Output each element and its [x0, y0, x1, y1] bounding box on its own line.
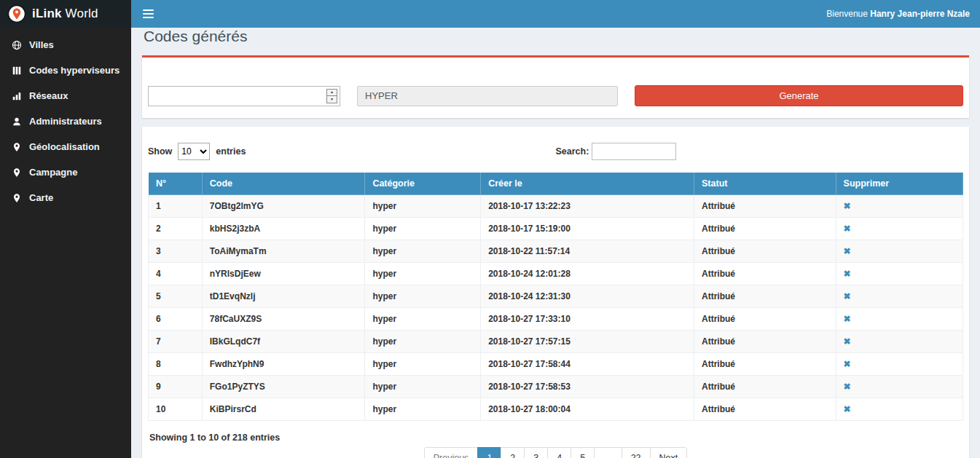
sidebar-item-codes-hyperviseurs[interactable]: Codes hyperviseurs — [0, 58, 131, 83]
cell-num: 1 — [149, 195, 203, 218]
cell-category: hyper — [365, 308, 481, 331]
page-button-4[interactable]: 4 — [547, 447, 571, 458]
table-row: 17OBtg2lmYGhyper2018-10-17 13:22:23Attri… — [149, 195, 963, 218]
cell-category: hyper — [365, 240, 481, 263]
delete-icon[interactable]: ✖ — [844, 269, 851, 279]
page-length-select[interactable]: 10 — [178, 143, 210, 160]
column-header-created[interactable]: Créer le — [481, 173, 694, 195]
code-count-input[interactable] — [149, 87, 321, 106]
globe-icon — [11, 39, 22, 50]
sidebar-item-geolocalisation[interactable]: Géolocalisation — [0, 134, 131, 159]
cell-delete: ✖ — [836, 308, 963, 331]
cell-status: Attribué — [694, 353, 836, 376]
sidebar-item-reseaux[interactable]: Réseaux — [0, 83, 131, 108]
delete-icon[interactable]: ✖ — [844, 201, 851, 211]
delete-icon[interactable]: ✖ — [844, 382, 851, 392]
cell-created: 2018-10-27 17:58:44 — [481, 353, 694, 376]
cell-category: hyper — [365, 218, 481, 240]
page-button-next[interactable]: Next — [650, 447, 688, 458]
cell-category: hyper — [365, 195, 481, 218]
user-name[interactable]: Hanry Jean-pierre Nzale — [870, 9, 970, 19]
cell-num: 8 — [149, 353, 203, 376]
sidebar-item-carte[interactable]: Carte — [0, 185, 131, 210]
table-row: 2kbHS2j3zbAhyper2018-10-17 15:19:00Attri… — [149, 218, 963, 240]
generate-form-panel: ▲ ▼ Generate — [142, 55, 969, 118]
cell-delete: ✖ — [836, 285, 963, 308]
sidebar-item-label: Réseaux — [29, 90, 68, 101]
sidebar-item-administrateurs[interactable]: Administrateurs — [0, 108, 131, 134]
table-row: 9FGo1PyZTYShyper2018-10-27 17:58:53Attri… — [149, 376, 963, 398]
page-button-1[interactable]: 1 — [477, 447, 501, 458]
sidebar-item-villes[interactable]: Villes — [0, 32, 131, 58]
column-header-code[interactable]: Code — [202, 173, 365, 195]
sidebar-item-label: Villes — [29, 39, 54, 50]
cell-code: 78fCaUXZ9S — [202, 308, 365, 331]
cell-code: FwdhzYphN9 — [202, 353, 365, 376]
brand-title: iLink World — [32, 7, 98, 21]
cell-num: 7 — [149, 331, 203, 353]
column-header-status[interactable]: Statut — [694, 173, 836, 195]
cell-code: 7OBtg2lmYG — [202, 195, 365, 218]
signal-icon — [11, 90, 22, 101]
sidebar-item-label: Administrateurs — [29, 116, 102, 127]
cell-category: hyper — [365, 398, 481, 421]
sidebar: Villes Codes hyperviseurs Réseaux Admini… — [0, 28, 131, 458]
sidebar-item-label: Géolocalisation — [29, 141, 100, 152]
delete-icon[interactable]: ✖ — [844, 314, 851, 324]
page-button-22[interactable]: 22 — [622, 447, 651, 458]
table-row: 4nYRlsDjEewhyper2018-10-24 12:01:28Attri… — [149, 263, 963, 285]
cell-status: Attribué — [694, 398, 836, 421]
delete-icon[interactable]: ✖ — [844, 404, 851, 414]
stepper-arrows: ▲ ▼ — [326, 89, 337, 103]
column-header-delete[interactable]: Supprimer — [836, 173, 963, 195]
cell-created: 2018-10-27 17:58:53 — [481, 376, 694, 398]
page-button-3[interactable]: 3 — [524, 447, 548, 458]
column-header-num[interactable]: N° — [149, 173, 203, 195]
welcome-text: Bienvenue Hanry Jean-pierre Nzale — [826, 9, 970, 19]
table-info: Showing 1 to 10 of 218 entries — [149, 433, 962, 443]
cell-num: 4 — [149, 263, 203, 285]
cell-status: Attribué — [694, 376, 836, 398]
sidebar-item-campagne[interactable]: Campagne — [0, 159, 131, 185]
delete-icon[interactable]: ✖ — [844, 291, 851, 301]
brand[interactable]: iLink World — [0, 0, 131, 28]
cell-delete: ✖ — [836, 195, 963, 218]
cell-created: 2018-10-27 17:33:10 — [481, 308, 694, 331]
delete-icon[interactable]: ✖ — [844, 359, 851, 369]
sidebar-item-label: Codes hyperviseurs — [29, 65, 119, 76]
stepper-up-icon[interactable]: ▲ — [327, 90, 337, 96]
table-row: 5tD1EvqNzljhyper2018-10-24 12:31:30Attri… — [149, 285, 963, 308]
cell-created: 2018-10-17 15:19:00 — [481, 218, 694, 240]
cell-category: hyper — [365, 285, 481, 308]
search-label: Search: — [556, 146, 589, 157]
table-controls: Show 10 entries Search: — [148, 143, 963, 160]
cell-status: Attribué — [694, 285, 836, 308]
table-header-row: N° Code Catégorie Créer le Statut Suppri… — [149, 173, 963, 195]
cell-status: Attribué — [694, 263, 836, 285]
stepper-down-icon[interactable]: ▼ — [327, 95, 337, 103]
hamburger-icon[interactable] — [141, 7, 155, 21]
table-row: 10KiBPirsrCdhyper2018-10-27 18:00:04Attr… — [149, 398, 963, 421]
search-input[interactable] — [592, 143, 676, 160]
delete-icon[interactable]: ✖ — [844, 336, 851, 347]
cell-category: hyper — [365, 331, 481, 353]
table-row: 3ToAiMymaTmhyper2018-10-22 11:57:14Attri… — [149, 240, 963, 263]
page-button-2[interactable]: 2 — [501, 447, 525, 458]
map-marker-icon — [11, 141, 22, 152]
delete-icon[interactable]: ✖ — [844, 246, 851, 256]
cell-category: hyper — [365, 263, 481, 285]
cell-code: kbHS2j3zbA — [202, 218, 365, 240]
table-body: 17OBtg2lmYGhyper2018-10-17 13:22:23Attri… — [149, 195, 963, 421]
category-field[interactable] — [357, 86, 618, 106]
delete-icon[interactable]: ✖ — [844, 224, 851, 234]
page-button-previous[interactable]: Previous — [424, 447, 479, 458]
sidebar-item-label: Campagne — [29, 167, 77, 178]
page-button-ellipsis[interactable]: … — [594, 447, 622, 458]
code-count-stepper[interactable]: ▲ ▼ — [148, 86, 340, 106]
cell-delete: ✖ — [836, 331, 963, 353]
brand-title-light: World — [62, 7, 98, 20]
generate-button[interactable]: Generate — [635, 85, 963, 106]
cell-num: 3 — [149, 240, 203, 263]
page-button-5[interactable]: 5 — [571, 447, 595, 458]
column-header-category[interactable]: Catégorie — [365, 173, 481, 195]
